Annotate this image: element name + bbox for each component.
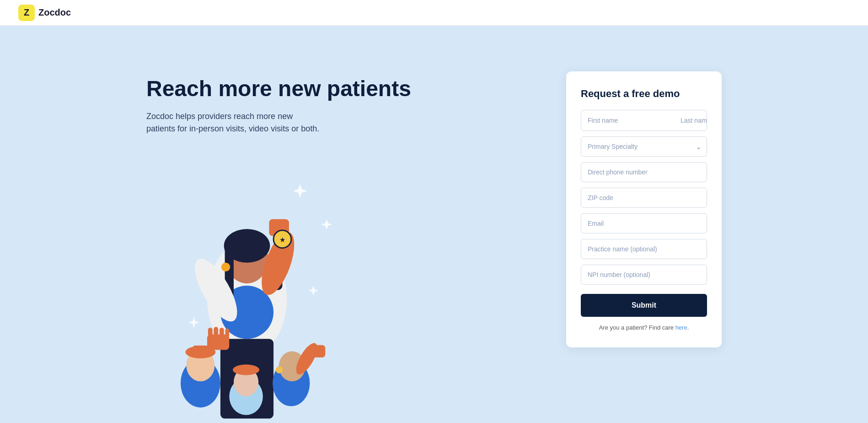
- svg-point-31: [276, 366, 283, 373]
- email-input[interactable]: [581, 213, 707, 233]
- logo-icon: Z: [18, 5, 35, 21]
- svg-rect-19: [220, 328, 224, 336]
- practice-field: [581, 239, 707, 259]
- email-field: [581, 213, 707, 233]
- npi-input[interactable]: [581, 265, 707, 285]
- phone-input[interactable]: [581, 162, 707, 182]
- svg-marker-1: [321, 219, 332, 230]
- primary-specialty-select[interactable]: Primary Specialty: [581, 136, 707, 157]
- svg-rect-20: [225, 329, 230, 336]
- svg-rect-18: [214, 327, 218, 336]
- logo-text: Zocdoc: [38, 7, 71, 18]
- svg-rect-17: [208, 328, 213, 336]
- header: Z Zocdoc: [0, 0, 868, 26]
- headline: Reach more new patients: [146, 76, 412, 101]
- svg-point-10: [221, 263, 230, 271]
- submit-button[interactable]: Submit: [581, 294, 707, 317]
- patient-text: Are you a patient? Find care here.: [581, 324, 707, 331]
- subheadline: Zocdoc helps providers reach more new pa…: [146, 110, 320, 135]
- form-title: Request a free demo: [581, 88, 707, 100]
- name-row: [581, 110, 707, 131]
- specialty-wrapper: Primary Specialty ⌄: [581, 136, 707, 157]
- left-section: Reach more new patients Zocdoc helps pro…: [146, 62, 566, 135]
- svg-rect-28: [240, 365, 252, 372]
- main-content: Reach more new patients Zocdoc helps pro…: [0, 26, 868, 423]
- hero-illustration: ★: [128, 148, 366, 423]
- svg-marker-0: [293, 184, 307, 198]
- zip-input[interactable]: [581, 188, 707, 208]
- svg-marker-35: [309, 286, 318, 295]
- first-name-input[interactable]: [581, 110, 674, 130]
- form-card: Request a free demo Primary Specialty ⌄: [566, 71, 722, 347]
- practice-input[interactable]: [581, 239, 707, 259]
- svg-text:★: ★: [279, 236, 285, 244]
- npi-field: [581, 265, 707, 285]
- last-name-input[interactable]: [674, 110, 707, 130]
- logo[interactable]: Z Zocdoc: [18, 5, 71, 21]
- svg-rect-24: [193, 346, 208, 354]
- find-care-link[interactable]: here: [675, 324, 687, 331]
- svg-rect-33: [310, 345, 325, 358]
- svg-marker-34: [188, 317, 199, 328]
- phone-field: [581, 162, 707, 182]
- zip-field: [581, 188, 707, 208]
